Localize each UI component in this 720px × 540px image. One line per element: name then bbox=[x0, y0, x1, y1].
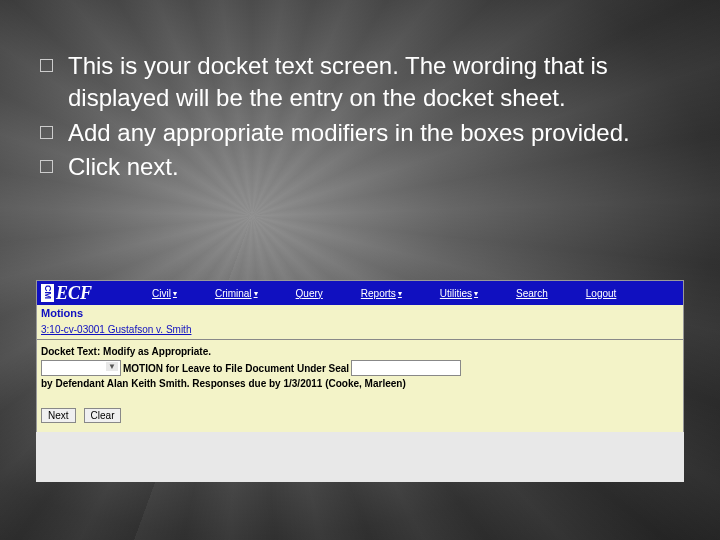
docket-text-part1: MOTION for Leave to File Document Under … bbox=[123, 363, 349, 374]
main-menu: Civil▾ Criminal▾ Query Reports▾ Utilitie… bbox=[152, 288, 616, 299]
body-area: Motions 3:10-cv-03001 Gustafson v. Smith… bbox=[37, 305, 683, 437]
logo: CM ECF bbox=[41, 283, 92, 303]
chevron-down-icon: ▾ bbox=[254, 289, 258, 298]
menu-logout[interactable]: Logout bbox=[586, 288, 617, 299]
docket-row: MOTION for Leave to File Document Under … bbox=[37, 359, 683, 390]
menu-criminal[interactable]: Criminal▾ bbox=[215, 288, 258, 299]
chevron-down-icon: ▾ bbox=[398, 289, 402, 298]
divider bbox=[37, 339, 683, 340]
motions-title: Motions bbox=[41, 307, 679, 319]
modifier-dropdown[interactable] bbox=[41, 360, 121, 376]
topbar: CM ECF Civil▾ Criminal▾ Query Reports▾ U… bbox=[37, 281, 683, 305]
chevron-down-icon: ▾ bbox=[474, 289, 478, 298]
menu-reports[interactable]: Reports▾ bbox=[361, 288, 402, 299]
clear-button[interactable]: Clear bbox=[84, 408, 122, 423]
bullet-item: Click next. bbox=[40, 151, 690, 183]
modifier-input[interactable] bbox=[351, 360, 461, 376]
next-button[interactable]: Next bbox=[41, 408, 76, 423]
case-link[interactable]: 3:10-cv-03001 Gustafson v. Smith bbox=[41, 324, 191, 335]
motions-header: Motions 3:10-cv-03001 Gustafson v. Smith bbox=[37, 305, 683, 337]
menu-query[interactable]: Query bbox=[296, 288, 323, 299]
buttons-row: Next Clear bbox=[37, 390, 683, 437]
docket-text-part2: by Defendant Alan Keith Smith. Responses… bbox=[41, 378, 406, 389]
logo-ecf: ECF bbox=[56, 283, 92, 304]
slide-content: This is your docket text screen. The wor… bbox=[0, 0, 720, 184]
docket-label: Docket Text: Modify as Appropriate. bbox=[37, 342, 683, 359]
ecf-screenshot: CM ECF Civil▾ Criminal▾ Query Reports▾ U… bbox=[36, 280, 684, 438]
bullet-list: This is your docket text screen. The wor… bbox=[40, 50, 690, 184]
menu-utilities[interactable]: Utilities▾ bbox=[440, 288, 478, 299]
menu-search[interactable]: Search bbox=[516, 288, 548, 299]
below-screenshot-area bbox=[36, 432, 684, 482]
chevron-down-icon: ▾ bbox=[173, 289, 177, 298]
bullet-item: Add any appropriate modifiers in the box… bbox=[40, 117, 690, 149]
menu-civil[interactable]: Civil▾ bbox=[152, 288, 177, 299]
logo-cm: CM bbox=[41, 284, 54, 302]
bullet-item: This is your docket text screen. The wor… bbox=[40, 50, 690, 115]
